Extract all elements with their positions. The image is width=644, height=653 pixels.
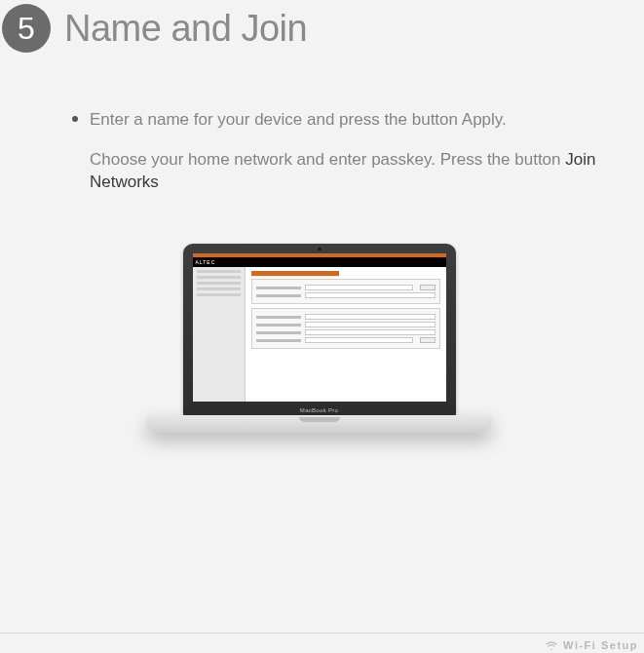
app-body [193,267,446,402]
step-number: 5 [18,11,35,47]
laptop-lid: ALTEC [183,244,456,417]
bullet-icon [72,116,78,122]
step-header: 5 Name and Join [0,0,644,53]
laptop-screen: ALTEC [193,253,446,402]
laptop-illustration: ALTEC [146,244,492,433]
footer-label: Wi-Fi Setup [563,639,638,651]
app-main [246,267,446,402]
instruction-line-2: Choose your home network and enter passk… [90,149,625,194]
app-panel-title [251,271,339,276]
step-number-badge: 5 [2,4,51,53]
instruction-block: Enter a name for your device and press t… [0,109,644,194]
instruction-line-1: Enter a name for your device and press t… [90,110,507,129]
instruction-bullet: Enter a name for your device and press t… [90,109,625,194]
app-topbar: ALTEC [193,253,446,267]
app-sidebar [193,267,246,402]
app-panel-2 [251,308,440,349]
instruction-line-2a: Choose your home network and enter passk… [90,150,565,169]
app-brand: ALTEC [196,259,216,265]
app-panel-1 [251,279,440,304]
laptop-base: MacBook Pro [146,415,492,433]
page-title: Name and Join [64,8,307,50]
laptop-model-label: MacBook Pro [300,407,338,413]
footer-divider [0,633,644,634]
footer: Wi-Fi Setup [546,639,638,651]
wifi-icon [546,640,557,650]
